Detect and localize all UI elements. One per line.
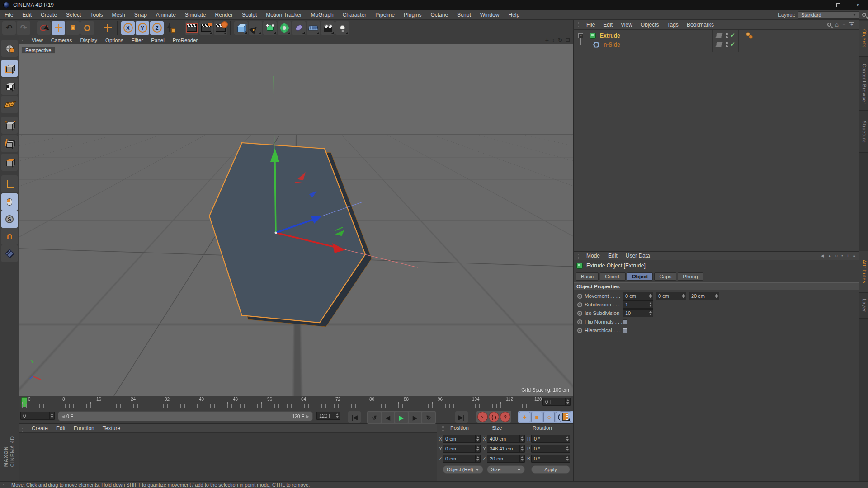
om-menu-view[interactable]: View bbox=[617, 22, 637, 28]
add-light-button[interactable] bbox=[335, 21, 349, 35]
history-up-icon[interactable]: ▲ bbox=[828, 253, 832, 258]
menu-tools[interactable]: Tools bbox=[85, 12, 107, 18]
toggle-view-icon[interactable] bbox=[566, 38, 570, 42]
tab-coord[interactable]: Coord. bbox=[600, 272, 626, 281]
om-home-icon[interactable]: ⌂ bbox=[835, 21, 839, 28]
om-menu-file[interactable]: File bbox=[582, 22, 599, 28]
add-camera-button[interactable] bbox=[321, 21, 335, 35]
keyframe-circle-icon[interactable] bbox=[577, 319, 582, 324]
lock-z-axis-button[interactable]: Z bbox=[150, 21, 164, 35]
vp-menu-prorender[interactable]: ProRender bbox=[169, 38, 202, 43]
menu-mograph[interactable]: MoGraph bbox=[307, 12, 338, 18]
add-deformer-button[interactable] bbox=[278, 21, 291, 35]
menu-simulate[interactable]: Simulate bbox=[180, 12, 211, 18]
goto-end-button[interactable]: ▶| bbox=[455, 411, 468, 423]
keyframe-circle-icon[interactable] bbox=[577, 311, 582, 316]
scale-tool-button[interactable] bbox=[66, 21, 80, 35]
visibility-dots-icon[interactable] bbox=[726, 32, 728, 39]
texture-mode-button[interactable] bbox=[1, 78, 18, 95]
key-position-button[interactable]: + bbox=[519, 412, 530, 422]
snap-toggle-button[interactable]: S bbox=[1, 211, 18, 228]
menu-window[interactable]: Window bbox=[476, 12, 504, 18]
add-cube-button[interactable] bbox=[234, 21, 248, 35]
pan-view-icon[interactable]: + bbox=[545, 37, 549, 43]
add-generator-button[interactable] bbox=[263, 21, 277, 35]
panel-grip[interactable] bbox=[440, 426, 446, 432]
lock-x-axis-button[interactable]: X bbox=[121, 21, 135, 35]
spinner-icon[interactable] bbox=[335, 412, 340, 419]
mat-menu-function[interactable]: Function bbox=[70, 425, 99, 432]
ruler-frame-field[interactable]: 0 F bbox=[542, 398, 571, 406]
position-z-field[interactable]: 0 cm bbox=[443, 455, 481, 463]
hierarchical-checkbox[interactable] bbox=[623, 328, 627, 333]
mat-menu-texture[interactable]: Texture bbox=[99, 425, 124, 432]
attr-menu-mode[interactable]: Mode bbox=[582, 253, 604, 259]
next-key-button[interactable]: ↻ bbox=[422, 412, 435, 423]
panel-grip[interactable] bbox=[575, 22, 581, 28]
tab-object[interactable]: Object bbox=[627, 272, 653, 281]
coordinate-system-button[interactable] bbox=[165, 21, 178, 35]
zoom-view-icon[interactable]: ↕ bbox=[552, 38, 555, 43]
om-menu-edit[interactable]: Edit bbox=[599, 22, 617, 28]
menu-snap[interactable]: Snap bbox=[130, 12, 151, 18]
menu-plugins[interactable]: Plugins bbox=[399, 12, 426, 18]
coord-size-dropdown[interactable]: Size bbox=[487, 465, 525, 474]
keyframe-circle-icon[interactable] bbox=[577, 302, 582, 307]
lock-icon[interactable]: ▪ bbox=[841, 253, 843, 258]
menu-edit[interactable]: Edit bbox=[18, 12, 36, 18]
layer-color-icon[interactable] bbox=[715, 33, 723, 38]
search-icon[interactable] bbox=[862, 13, 866, 17]
movement-x-field[interactable]: 0 cm bbox=[623, 292, 653, 300]
tab-phong[interactable]: Phong bbox=[678, 272, 703, 281]
panel-grip[interactable] bbox=[20, 37, 26, 43]
dock-tab-objects[interactable]: Objects bbox=[859, 21, 868, 57]
tweak-mode-button[interactable] bbox=[1, 193, 18, 211]
tab-caps[interactable]: Caps bbox=[654, 272, 676, 281]
iso-subdivision-field[interactable]: 10 bbox=[623, 309, 653, 317]
subdivision-field[interactable]: 1 bbox=[623, 300, 653, 309]
menu-help[interactable]: Help bbox=[504, 12, 524, 18]
menu-mesh[interactable]: Mesh bbox=[107, 12, 129, 18]
key-scale-button[interactable]: ■ bbox=[531, 412, 542, 422]
maximize-button[interactable] bbox=[828, 0, 848, 10]
menu-octane[interactable]: Octane bbox=[426, 12, 453, 18]
om-menu-tags[interactable]: Tags bbox=[663, 22, 683, 28]
object-name[interactable]: n-Side bbox=[604, 42, 620, 48]
visibility-dots-icon[interactable] bbox=[726, 41, 728, 48]
spinner-icon[interactable] bbox=[565, 398, 570, 405]
rotation-h-field[interactable]: 0 ° bbox=[531, 435, 570, 443]
attr-menu-edit[interactable]: Edit bbox=[604, 253, 622, 259]
vp-menu-view[interactable]: View bbox=[28, 38, 47, 43]
menu-motion-tracker[interactable]: Motion Tracker bbox=[261, 12, 306, 18]
om-search-icon[interactable] bbox=[827, 23, 831, 27]
dock-tab-attributes[interactable]: Attributes bbox=[859, 251, 868, 293]
add-environment-button[interactable] bbox=[307, 21, 320, 35]
timeline-window-button[interactable] bbox=[560, 411, 571, 422]
tree-row-nside[interactable]: n-Side ✓ bbox=[574, 40, 620, 49]
render-view-button[interactable] bbox=[185, 21, 198, 35]
close-button[interactable]: × bbox=[848, 0, 868, 10]
move-tool-button[interactable] bbox=[52, 21, 65, 35]
snap-magnet-button[interactable]: U bbox=[1, 228, 18, 245]
minimize-button[interactable]: – bbox=[808, 0, 828, 10]
flip-normals-checkbox[interactable] bbox=[623, 319, 627, 324]
material-list-area[interactable] bbox=[19, 433, 437, 481]
make-editable-button[interactable] bbox=[1, 40, 18, 57]
phong-tag-icon[interactable] bbox=[745, 32, 753, 39]
apply-button[interactable]: Apply bbox=[531, 465, 570, 474]
enabled-check-icon[interactable]: ✓ bbox=[731, 41, 735, 47]
menu-select[interactable]: Select bbox=[61, 12, 85, 18]
keyframe-circle-icon[interactable] bbox=[577, 328, 582, 333]
edges-mode-button[interactable] bbox=[1, 135, 18, 152]
lock-y-axis-button[interactable]: Y bbox=[136, 21, 149, 35]
previous-key-button[interactable]: ↺ bbox=[368, 412, 381, 423]
menu-icon[interactable]: ≡ bbox=[853, 253, 855, 258]
history-back-icon[interactable]: ◀ bbox=[821, 253, 824, 258]
render-picture-viewer-button[interactable] bbox=[199, 21, 213, 35]
render-settings-button[interactable] bbox=[214, 21, 227, 35]
viewport-label[interactable]: Perspective bbox=[21, 47, 55, 54]
rotate-view-icon[interactable]: ↻ bbox=[558, 38, 562, 43]
add-spline-button[interactable] bbox=[249, 21, 262, 35]
vp-menu-cameras[interactable]: Cameras bbox=[47, 38, 76, 43]
om-collapse-icon[interactable]: − bbox=[842, 22, 845, 28]
